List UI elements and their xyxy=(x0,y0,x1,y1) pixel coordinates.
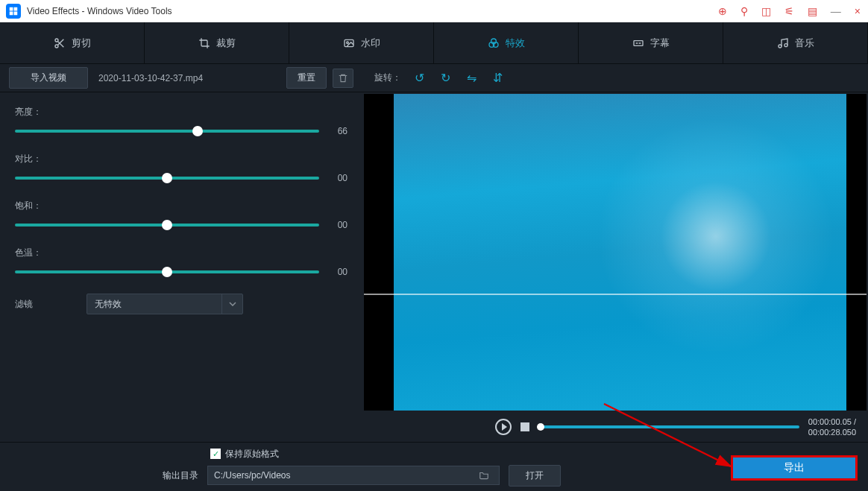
app-icon xyxy=(6,4,21,19)
contrast-label: 对比： xyxy=(15,153,347,165)
stop-button[interactable] xyxy=(521,422,529,431)
rotate-cw-icon[interactable]: ↻ xyxy=(438,71,453,85)
filter-label: 滤镜 xyxy=(15,298,72,311)
contrast-slider[interactable] xyxy=(15,177,319,180)
filter-dropdown[interactable]: 无特效 xyxy=(87,294,243,314)
svg-point-5 xyxy=(346,42,348,44)
rotate-ccw-icon[interactable]: ↺ xyxy=(412,71,427,85)
brightness-value: 66 xyxy=(330,126,347,136)
output-dir-label: 输出目录 xyxy=(142,469,198,482)
brightness-label: 亮度： xyxy=(15,106,347,118)
tab-subtitle[interactable]: 字幕 xyxy=(579,22,723,63)
playback-time: 00:00:00.05 / 00:00:28.050 xyxy=(808,416,856,438)
tab-watermark[interactable]: 水印 xyxy=(289,22,434,63)
close-button[interactable]: × xyxy=(853,5,862,17)
settings-icon[interactable]: ⚟ xyxy=(783,5,796,17)
play-button[interactable] xyxy=(495,419,512,435)
tab-music[interactable]: 音乐 xyxy=(723,22,868,63)
tab-crop[interactable]: 裁剪 xyxy=(145,22,289,63)
output-path-input[interactable]: C:/Users/pc/Videos xyxy=(207,466,500,485)
flip-vertical-icon[interactable]: ⇵ xyxy=(490,71,506,85)
svg-point-1 xyxy=(55,45,58,48)
brightness-slider[interactable] xyxy=(15,130,319,133)
shop-icon[interactable]: ⊕ xyxy=(717,5,729,17)
key-icon[interactable]: ⚲ xyxy=(739,5,749,17)
tab-effects[interactable]: 特效 xyxy=(434,22,579,63)
minimize-button[interactable]: — xyxy=(829,5,843,17)
open-button[interactable]: 打开 xyxy=(509,465,561,487)
tabs: 剪切 裁剪 水印 特效 字幕 音乐 xyxy=(0,22,868,64)
svg-rect-9 xyxy=(634,40,643,45)
svg-point-10 xyxy=(779,45,781,48)
saturation-slider[interactable] xyxy=(15,224,319,227)
video-preview xyxy=(364,94,867,411)
filename-label: 2020-11-03-10-42-37.mp4 xyxy=(94,73,280,83)
window-titlebar: Video Effects - Windows Video Tools ⊕ ⚲ … xyxy=(0,0,868,22)
temperature-label: 色温： xyxy=(15,247,347,259)
chevron-down-icon xyxy=(221,294,242,314)
contrast-value: 00 xyxy=(330,173,347,183)
import-video-button[interactable]: 导入视频 xyxy=(9,67,88,89)
saturation-value: 00 xyxy=(330,220,347,230)
saturation-label: 饱和： xyxy=(15,200,347,212)
delete-icon[interactable] xyxy=(333,69,353,88)
folder-icon[interactable] xyxy=(475,470,493,481)
svg-point-0 xyxy=(55,39,58,42)
window-title: Video Effects - Windows Video Tools xyxy=(27,6,717,16)
keep-format-checkbox[interactable]: ✓ 保持原始格式 xyxy=(210,448,279,460)
reset-button[interactable]: 重置 xyxy=(286,67,327,89)
flip-horizontal-icon[interactable]: ⇋ xyxy=(464,71,479,85)
progress-bar[interactable] xyxy=(538,425,799,428)
svg-point-11 xyxy=(784,43,787,46)
layout-icon[interactable]: ◫ xyxy=(760,5,773,17)
export-button[interactable]: 导出 xyxy=(731,455,858,481)
tab-cut[interactable]: 剪切 xyxy=(0,22,145,63)
temperature-slider[interactable] xyxy=(15,270,319,273)
menu-icon[interactable]: ▤ xyxy=(806,5,819,17)
temperature-value: 00 xyxy=(330,267,347,277)
rotate-label: 旋转： xyxy=(374,72,401,84)
